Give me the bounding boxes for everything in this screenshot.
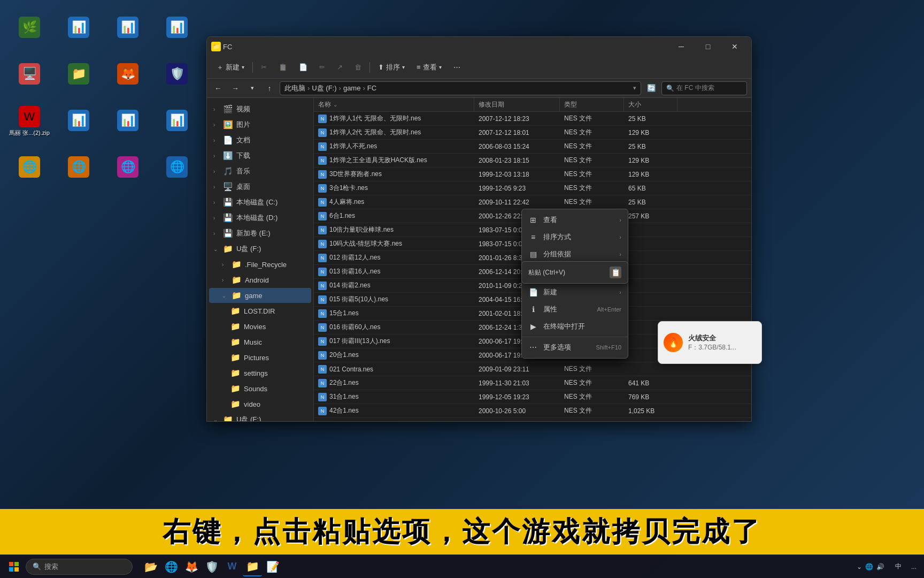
taskbar-right: ⌄ 🌐 🔊 中 ... (852, 557, 920, 576)
sidebar-item-desktop[interactable]: › 🖥️ 桌面 (209, 179, 311, 194)
cut-button[interactable]: ✂ (256, 59, 272, 75)
ctx-properties[interactable]: ℹ 属性 Alt+Enter (522, 301, 628, 318)
table-row[interactable]: N4人麻将.nes 2009-10-11 22:42 NES 文件 25 KB (314, 195, 751, 209)
col-header-date[interactable]: 修改日期 (474, 98, 560, 111)
table-row[interactable]: N021 Contra.nes 2009-01-09 23:11 NES 文件 (314, 362, 751, 376)
minimize-button[interactable]: ─ (669, 39, 694, 54)
table-row[interactable]: N31合1.nes 1999-12-05 19:23 NES 文件 769 KB (314, 390, 751, 404)
desktop-icon-2[interactable]: 📊 (55, 5, 103, 51)
desktop-icon-6[interactable]: 📁 (55, 52, 103, 97)
forward-button[interactable]: → (228, 81, 242, 95)
table-row[interactable]: N1炸弹人2代 无限命、无限时.nes 2007-12-12 18:01 NES… (314, 126, 751, 140)
sidebar-item-game[interactable]: ⌄ 📁 game (209, 288, 311, 303)
taskbar-clock[interactable]: ... (908, 563, 920, 571)
rename-button[interactable]: ✏ (314, 59, 330, 75)
close-button[interactable]: ✕ (722, 39, 747, 54)
desktop-icon-4[interactable]: 📊 (153, 5, 201, 51)
more-button[interactable]: ⋯ (448, 59, 466, 75)
sort-button[interactable]: ⬆ 排序 ▾ (373, 59, 410, 75)
table-row[interactable]: N3合1枪卡.nes 1999-12-05 9:23 NES 文件 65 KB (314, 181, 751, 195)
table-row[interactable]: N42合1.nes 2000-10-26 5:00 NES 文件 1,025 K… (314, 404, 751, 418)
ctx-group[interactable]: ▤ 分组依据 › (522, 246, 628, 263)
sidebar-item-pictures[interactable]: › 🖼️ 图片 (209, 117, 311, 132)
sidebar-item-downloads[interactable]: › ⬇️ 下载 (209, 148, 311, 163)
col-header-name[interactable]: 名称 ⌄ (314, 98, 474, 111)
sidebar-item-docs[interactable]: › 📄 文档 (209, 133, 311, 148)
sidebar-item-videos[interactable]: › 🎬 视频 (209, 102, 311, 117)
ctx-sort[interactable]: ≡ 排序方式 › (522, 229, 628, 246)
sidebar-item-android[interactable]: › 📁 Android (209, 272, 311, 287)
sidebar-item-sounds[interactable]: 📁 Sounds (209, 381, 311, 396)
col-header-size[interactable]: 大小 (624, 98, 677, 111)
refresh-button[interactable]: 🔄 (644, 81, 658, 95)
taskbar-icon-explorer[interactable]: 📁 (243, 557, 262, 576)
desktop-icon-3[interactable]: 📊 (104, 5, 152, 51)
view-button[interactable]: ≡ 查看 ▾ (411, 59, 447, 75)
desktop-icon-10[interactable]: 📊 (55, 98, 103, 144)
huorong-title: 火绒安全 (688, 333, 736, 343)
new-button[interactable]: ＋ 新建 ▾ (211, 59, 250, 75)
sidebar-item-music2[interactable]: 📁 Music (209, 334, 311, 349)
sidebar-item-video[interactable]: 📁 video (209, 397, 311, 412)
taskbar-lang[interactable]: 中 (891, 557, 906, 576)
desktop-icon-16[interactable]: 🌐 (153, 145, 201, 191)
delete-button[interactable]: 🗑 (349, 59, 367, 75)
ctx-more[interactable]: ⋯ 更多选项 Shift+F10 (522, 339, 628, 356)
taskbar-icon-notepad[interactable]: 📝 (263, 557, 282, 576)
taskbar-icon-files[interactable]: 📂 (141, 557, 160, 576)
desktop-icon-5[interactable]: 🖥️ (5, 52, 53, 97)
sidebar-item-music[interactable]: › 🎵 音乐 (209, 164, 311, 179)
taskbar-search[interactable]: 🔍 搜索 (26, 559, 133, 575)
maximize-button[interactable]: □ (696, 39, 720, 54)
desktop-icon-8[interactable]: 🛡️ (153, 52, 201, 97)
start-button[interactable] (4, 557, 24, 576)
sidebar-item-lost-dir[interactable]: 📁 LOST.DIR (209, 303, 311, 318)
sidebar-item-drive-e[interactable]: › 💾 新加卷 (E:) (209, 226, 311, 241)
toolbar: ＋ 新建 ▾ ✂ 📋 📄 ✏ ↗ 🗑 ⬆ 排序 ▾ ≡ 查看 ▾ ⋯ (207, 56, 751, 79)
sidebar-item-movies[interactable]: 📁 Movies (209, 319, 311, 334)
arrow-icon: › (619, 234, 621, 240)
sidebar-item-drive-f[interactable]: ⌄ 📁 U盘 (F:) (209, 241, 311, 256)
taskbar-sys-tray[interactable]: ⌄ 🌐 🔊 (852, 557, 889, 576)
table-row[interactable]: N22合1.nes 1999-11-30 21:03 NES 文件 641 KB (314, 376, 751, 390)
desktop-icon-1[interactable]: 🌿 (5, 5, 53, 51)
breadcrumb[interactable]: 此电脑 › U盘 (F:) › game › FC ▾ (280, 81, 641, 95)
taskbar-icon-browser[interactable]: 🌐 (161, 557, 181, 576)
paste-button[interactable]: 📄 (294, 59, 313, 75)
desktop-icon-12[interactable]: 📊 (153, 98, 201, 144)
sidebar-item-drive-c[interactable]: › 💾 本地磁盘 (C:) (209, 195, 311, 210)
sidebar-item-drive-d[interactable]: › 💾 本地磁盘 (D:) (209, 210, 311, 225)
desktop-icon-7[interactable]: 🦊 (104, 52, 152, 97)
taskbar-icon-word[interactable]: W (222, 557, 242, 576)
copy-button[interactable]: 📋 (273, 59, 292, 75)
table-row[interactable]: N3D世界赛跑者.nes 1999-12-03 13:18 NES 文件 129… (314, 168, 751, 181)
search-box[interactable]: 🔍 在 FC 中搜索 (661, 81, 747, 95)
taskbar-icon-browser2[interactable]: 🦊 (182, 557, 201, 576)
desktop-icon-14[interactable]: 🌐 (55, 145, 103, 191)
desktop-icon-15[interactable]: 🌐 (104, 145, 152, 191)
share-button[interactable]: ↗ (332, 59, 348, 75)
table-row[interactable]: N1炸弹人不死.nes 2006-08-03 15:24 NES 文件 25 K… (314, 140, 751, 154)
table-row[interactable]: N1炸弹人1代 无限命、无限时.nes 2007-12-12 18:23 NES… (314, 112, 751, 126)
recent-button[interactable]: ▾ (245, 81, 259, 95)
col-header-type[interactable]: 类型 (560, 98, 624, 111)
ctx-new[interactable]: 📄 新建 › (522, 284, 628, 301)
sidebar-item-drive-f2[interactable]: ⌄ 📁 U盘 (F:) (209, 412, 311, 421)
sidebar-item-settings[interactable]: 📁 settings (209, 366, 311, 381)
huorong-notification[interactable]: 🔥 火绒安全 F：3.7GB/58.1... (658, 321, 762, 364)
back-button[interactable]: ← (211, 81, 225, 95)
table-row[interactable]: N1炸弹之王全道具无敌HACK版.nes 2008-01-23 18:15 NE… (314, 154, 751, 168)
up-button[interactable]: ↑ (263, 81, 276, 95)
nes-icon: N (318, 142, 327, 151)
desktop-icon-13[interactable]: 🌐 (5, 145, 53, 191)
title-bar: 📁 FC ─ □ ✕ (207, 37, 751, 56)
desktop-icon-9[interactable]: W 馬丽 张...(2).zip (5, 98, 53, 144)
sidebar-item-file-recycle[interactable]: › 📁 .File_Recycle (209, 257, 311, 272)
desktop-icon-11[interactable]: 📊 (104, 98, 152, 144)
sidebar-item-pictures2[interactable]: 📁 Pictures (209, 350, 311, 365)
ctx-terminal[interactable]: ▶ 在终端中打开 (522, 318, 628, 335)
ctx-view[interactable]: ⊞ 查看 › (522, 211, 628, 229)
taskbar-icon-vpn[interactable]: 🛡️ (202, 557, 221, 576)
volume-icon: 🔊 (876, 563, 884, 571)
paste-popup-item[interactable]: 粘贴 (Ctrl+V) 📋 (522, 264, 628, 281)
